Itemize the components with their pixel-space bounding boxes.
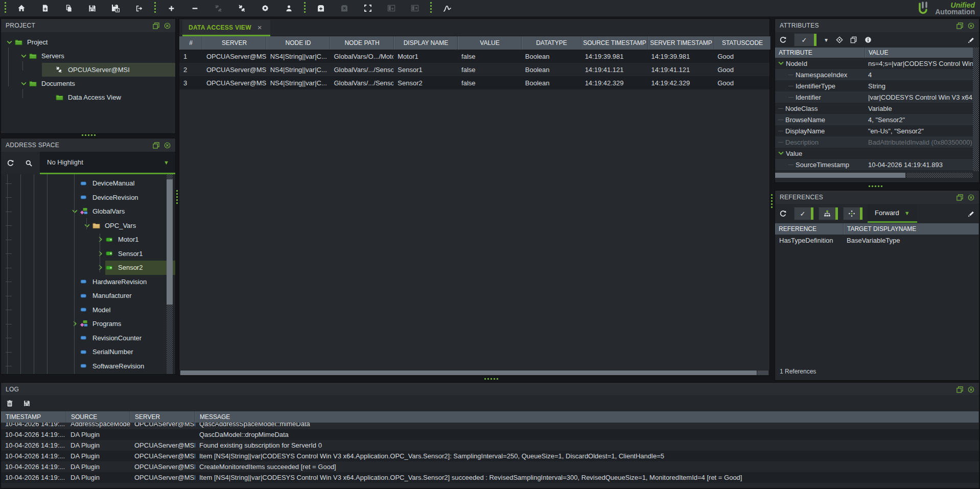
address-space-scrollbar[interactable] (167, 174, 173, 374)
log-row[interactable]: 10-04-2026 14:19:...DA PluginOPCUAServer… (1, 451, 979, 461)
attributes-column-header[interactable]: VALUE (865, 48, 979, 58)
refresh-icon[interactable] (1, 152, 19, 174)
references-column-header[interactable]: REFERENCE (775, 223, 844, 235)
attribute-row-description[interactable]: DescriptionBadAttributeIdInvalid (0x8035… (775, 136, 979, 148)
home-icon[interactable] (10, 0, 33, 17)
chevron-down-icon[interactable] (778, 150, 784, 157)
tree-item-hardwarerevision[interactable]: HardwareRevision (1, 275, 175, 289)
tree-item-revisioncounter[interactable]: RevisionCounter (1, 331, 175, 345)
float-panel-icon[interactable] (956, 22, 963, 29)
attribute-row-namespaceindex[interactable]: NamespaceIndex4 (775, 69, 979, 80)
user-icon[interactable] (277, 0, 300, 17)
edit-pencil-icon[interactable] (967, 210, 975, 218)
settings-icon[interactable] (253, 0, 277, 17)
log-row[interactable]: 10-04-2026 14:19:...DA PluginOPCUAServer… (1, 461, 979, 472)
dav-column-header-node-path[interactable]: NODE PATH (330, 36, 394, 50)
refresh-icon[interactable] (779, 36, 787, 44)
chevron-right-icon[interactable] (69, 321, 80, 327)
tree-item-programs[interactable]: Programs (1, 317, 175, 331)
tree-item-devicerevision[interactable]: DeviceRevision (1, 191, 175, 205)
float-panel-icon[interactable] (956, 386, 963, 393)
tree-item-softwarerevision[interactable]: SoftwareRevision (1, 359, 175, 374)
tree-item-sensor2[interactable]: Sensor2 (1, 261, 175, 275)
log-column-header-timestamp[interactable]: TIMESTAMP (1, 411, 66, 423)
save-as-icon[interactable] (104, 0, 127, 17)
float-panel-icon[interactable] (153, 142, 159, 149)
close-panel-icon[interactable] (164, 22, 171, 29)
dav-column-header-#[interactable]: # (179, 36, 202, 50)
reference-direction-dropdown[interactable]: Forward ▼ (868, 204, 917, 223)
tree-item-motor1[interactable]: Motor1 (1, 232, 175, 247)
references-column-header[interactable]: TARGET DISPLAYNAME (844, 223, 979, 235)
tree-item-project[interactable]: Project (1, 35, 175, 49)
dav-table-row[interactable]: 1OPCUAServer@MSINS4|String||var|C...Glob… (179, 50, 769, 63)
attribute-row-sourcetimestamp[interactable]: SourceTimestamp10-04-2026 14:19:41.893 (775, 159, 979, 170)
log-row[interactable]: 10-04-2026 14:19:...AddressSpaceModelOPC… (1, 423, 979, 429)
tree-item-globalvars[interactable]: GlobalVars (1, 204, 175, 219)
save-icon[interactable] (80, 0, 104, 17)
tree-item-documents[interactable]: Documents (1, 77, 175, 90)
attributes-column-header[interactable]: ATTRIBUTE (775, 48, 865, 58)
panel-splitter-handle[interactable] (82, 134, 96, 136)
tree-item-opcuaserver-msi[interactable]: OPCUAServer@MSI (1, 63, 175, 77)
chevron-right-icon[interactable] (95, 237, 105, 242)
log-row[interactable]: 10-04-2026 14:19:...DA PluginOPCUAServer… (1, 472, 979, 483)
dav-column-header-server-timestamp[interactable]: SERVER TIMESTAMP (648, 36, 714, 50)
clear-log-trash-icon[interactable] (6, 400, 13, 407)
log-column-header-source[interactable]: SOURCE (66, 411, 130, 423)
tree-item-data-access-view[interactable]: Data Access View (1, 90, 175, 104)
dav-column-header-value[interactable]: VALUE (458, 36, 522, 50)
close-tab-icon[interactable]: × (258, 23, 262, 32)
auto-update-toggle[interactable]: ✓ (794, 33, 814, 46)
hierarchical-references-button[interactable] (819, 207, 836, 220)
tab-data-access-view[interactable]: DATA ACCESS VIEW × (182, 20, 270, 36)
scrollbar-thumb[interactable] (775, 173, 905, 178)
attributes-vertical-scrollbar[interactable] (973, 48, 979, 171)
float-panel-icon[interactable] (153, 22, 159, 29)
tree-item-serialnumber[interactable]: SerialNumber (1, 345, 175, 359)
dav-horizontal-scrollbar[interactable] (179, 370, 769, 376)
fullscreen-icon[interactable] (356, 0, 380, 17)
close-panel-icon[interactable] (968, 386, 974, 393)
performance-icon[interactable] (435, 0, 459, 17)
search-icon[interactable] (19, 152, 38, 174)
dav-column-header-source-timestamp[interactable]: SOURCE TIMESTAMP (581, 36, 648, 50)
log-column-header-server[interactable]: SERVER (130, 411, 195, 423)
attribute-row-displayname[interactable]: DisplayName"en-Us", "Sensor2" (775, 125, 979, 136)
remove-icon[interactable] (183, 0, 206, 17)
refresh-icon[interactable] (779, 210, 787, 218)
float-panel-icon[interactable] (956, 194, 963, 201)
dav-column-header-datatype[interactable]: DATATYPE (522, 36, 581, 50)
close-panel-icon[interactable] (968, 22, 974, 29)
chevron-down-icon[interactable]: ▼ (824, 37, 829, 43)
tree-item-sensor1[interactable]: Sensor1 (1, 247, 175, 261)
panel-splitter-handle[interactable] (484, 378, 498, 380)
copy-icon[interactable] (850, 36, 857, 43)
chevron-right-icon[interactable] (95, 265, 105, 270)
document-open-icon[interactable] (57, 0, 80, 17)
tree-item-servers[interactable]: Servers (1, 49, 175, 63)
close-panel-icon[interactable] (968, 194, 974, 201)
chevron-down-icon[interactable] (69, 208, 80, 214)
chevron-down-icon[interactable] (4, 39, 14, 45)
chevron-down-icon[interactable] (18, 53, 29, 59)
attribute-row-identifier[interactable]: Identifier|var|CODESYS Control Win V3 x6… (775, 91, 979, 103)
close-panel-icon[interactable] (164, 142, 171, 149)
attribute-row-value[interactable]: Value (775, 148, 979, 159)
tree-item-model[interactable]: Model (1, 303, 175, 317)
document-add-icon[interactable] (33, 0, 57, 17)
dav-table-row[interactable]: 2OPCUAServer@MSINS4|String||var|C...Glob… (179, 63, 769, 76)
vertical-splitter-handle[interactable] (771, 194, 773, 208)
tree-item-opc-vars[interactable]: OPC_Vars (1, 219, 175, 233)
target-icon[interactable] (836, 36, 843, 43)
dav-table-row[interactable]: 3OPCUAServer@MSINS4|String||var|C...Glob… (179, 76, 769, 89)
chevron-down-icon[interactable] (18, 81, 29, 86)
attribute-row-nodeclass[interactable]: NodeClassVariable (775, 103, 979, 114)
chevron-down-icon[interactable] (82, 223, 92, 228)
save-log-icon[interactable] (24, 400, 30, 407)
attribute-row-nodeid[interactable]: NodeIdns=4;s=|var|CODESYS Control Win V3… (775, 58, 979, 69)
dav-column-header-statuscode[interactable]: STATUSCODE (714, 36, 771, 50)
info-icon[interactable] (865, 36, 872, 43)
attribute-row-identifiertype[interactable]: IdentifierTypeString (775, 80, 979, 91)
tree-item-devicemanual[interactable]: DeviceManual (1, 176, 175, 191)
